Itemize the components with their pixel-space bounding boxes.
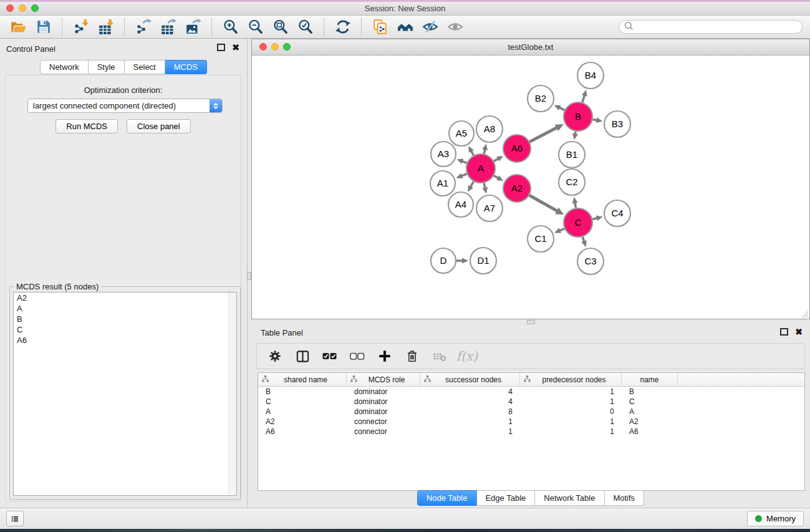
search-icon [624,21,634,33]
table-settings-icon[interactable] [264,347,286,365]
table-row[interactable]: A2connector11A2 [258,417,804,427]
export-image-icon[interactable] [183,17,203,37]
mcds-result-item[interactable]: A6 [14,335,236,346]
table-row[interactable]: Bdominator41B [258,387,804,397]
table-cell[interactable]: dominator [347,397,420,406]
table-cell[interactable]: A6 [258,427,347,436]
close-table-panel-icon[interactable]: ✖ [795,327,803,336]
search-box[interactable] [619,20,803,34]
column-header-shared-name[interactable]: shared name [258,373,347,386]
create-column-icon[interactable] [374,347,395,365]
horizontal-split-handle[interactable] [527,320,535,324]
close-panel-button[interactable]: Close panel [127,119,191,133]
delete-column-icon[interactable] [402,347,423,365]
table-cell[interactable]: 4 [420,397,520,406]
run-mcds-button[interactable]: Run MCDS [55,119,118,133]
tab-node-table[interactable]: Node Table [417,490,477,506]
tab-motifs[interactable]: Motifs [604,490,644,506]
table-cell[interactable]: B [622,387,678,396]
mcds-result-item[interactable]: A [14,303,236,314]
first-neighbors-icon[interactable] [395,17,415,37]
graph-node-label-B3: B3 [612,118,623,129]
table-tabs: Node TableEdge TableNetwork TableMotifs [417,490,644,506]
table-cell[interactable]: 1 [520,387,622,396]
table-cell[interactable]: 0 [520,407,622,416]
deselect-all-icon[interactable] [347,347,368,365]
close-panel-icon[interactable]: ✖ [232,43,239,52]
vertical-split-handle[interactable] [247,272,251,280]
table-cell[interactable]: A [258,407,347,416]
table-cell[interactable]: connector [347,417,420,426]
network-window-titlebar[interactable]: testGlobe.txt [252,39,809,56]
tab-mcds[interactable]: MCDS [165,60,207,74]
export-table-icon[interactable] [158,17,178,37]
show-column-panel-icon[interactable] [292,347,313,365]
clone-network-icon[interactable] [370,17,390,37]
search-input[interactable] [637,22,797,32]
network-canvas[interactable]: B4B2BB3A5A8A6A3AB1A1C2A4A7A2C4CC1C3DD1 [252,56,809,319]
show-panels-menu-button[interactable] [6,511,24,526]
table-cell[interactable]: A2 [258,417,347,426]
zoom-selected-icon[interactable] [296,17,316,37]
optimization-criterion-select[interactable]: largest connected component (directed) [27,99,223,113]
table-cell[interactable]: 4 [420,387,520,396]
table-cell[interactable]: connector [347,427,420,436]
tab-style[interactable]: Style [89,60,125,74]
table-cell[interactable]: 1 [520,417,622,426]
table-cell[interactable]: B [258,387,347,396]
table-cell[interactable]: 1 [520,427,622,436]
edge-arrow-A-A8 [482,143,488,150]
table-cell[interactable]: A [622,407,678,416]
zoom-in-icon[interactable] [221,17,241,37]
table-row[interactable]: Adominator80A [258,407,804,417]
table-cell[interactable]: dominator [347,407,420,416]
minimize-window-button[interactable] [19,4,26,12]
edge-A2-C[interactable] [529,195,558,211]
mcds-result-group: MCDS result (5 nodes) A2ABCA6 [9,286,241,500]
zoom-out-icon[interactable] [246,17,266,37]
import-network-icon[interactable] [71,17,91,37]
memory-button[interactable]: Memory [747,511,804,526]
network-maximize-button[interactable] [283,43,291,51]
hide-birdseye-icon[interactable] [420,17,440,37]
column-header-name[interactable]: name [622,373,678,386]
table-row[interactable]: Cdominator41C [258,397,804,407]
edge-A6-B[interactable] [529,127,557,142]
resize-grip-icon[interactable] [801,310,809,318]
table-cell[interactable]: 1 [420,417,520,426]
refresh-icon[interactable] [333,17,353,37]
table-row[interactable]: A6connector11A6 [258,427,804,437]
column-header-MCDS-role[interactable]: MCDS role [347,373,420,386]
mcds-result-title: MCDS result (5 nodes) [14,282,101,291]
tab-select[interactable]: Select [125,60,165,74]
table-cell[interactable]: A2 [622,417,678,426]
table-cell[interactable]: 1 [420,427,520,436]
tab-edge-table[interactable]: Edge Table [476,490,535,506]
table-cell[interactable]: 8 [420,407,520,416]
table-cell[interactable]: 1 [520,397,622,406]
float-table-panel-icon[interactable] [780,328,788,336]
column-header-predecessor-nodes[interactable]: predecessor nodes [520,373,622,386]
export-network-icon[interactable] [133,17,153,37]
mcds-result-item[interactable]: A2 [14,293,236,303]
maximize-window-button[interactable] [31,4,39,12]
mcds-result-item[interactable]: C [14,324,236,335]
select-all-icon[interactable] [319,347,340,365]
mcds-result-item[interactable]: B [14,314,236,324]
table-cell[interactable]: C [622,397,678,406]
result-scrollbar[interactable] [228,293,236,495]
table-cell[interactable]: C [258,397,347,406]
import-table-icon[interactable] [96,17,116,37]
table-cell[interactable]: A6 [622,427,678,436]
zoom-fit-icon[interactable] [271,17,291,37]
tab-network[interactable]: Network [40,60,89,74]
table-cell[interactable]: dominator [347,387,420,396]
network-close-button[interactable] [259,43,267,51]
close-window-button[interactable] [6,4,14,12]
float-panel-icon[interactable] [217,44,225,51]
save-session-icon[interactable] [34,17,54,37]
tab-network-table[interactable]: Network Table [535,490,604,506]
open-session-icon[interactable] [9,17,29,37]
column-header-successor-nodes[interactable]: successor nodes [420,373,520,386]
network-minimize-button[interactable] [271,43,279,51]
